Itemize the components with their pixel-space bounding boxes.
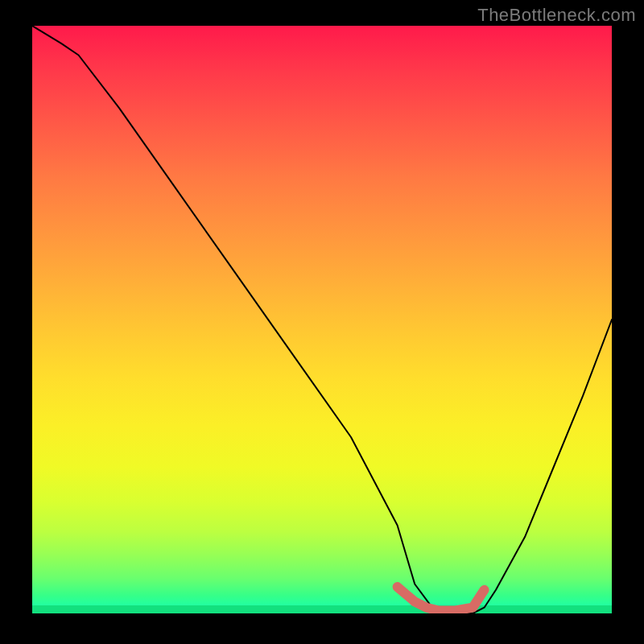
chart-canvas: TheBottleneck.com — [0, 0, 644, 644]
plot-area — [32, 26, 612, 613]
highlight-curve — [398, 587, 485, 610]
watermark-text: TheBottleneck.com — [477, 5, 636, 26]
main-curve — [32, 26, 612, 613]
chart-lines — [32, 26, 612, 613]
